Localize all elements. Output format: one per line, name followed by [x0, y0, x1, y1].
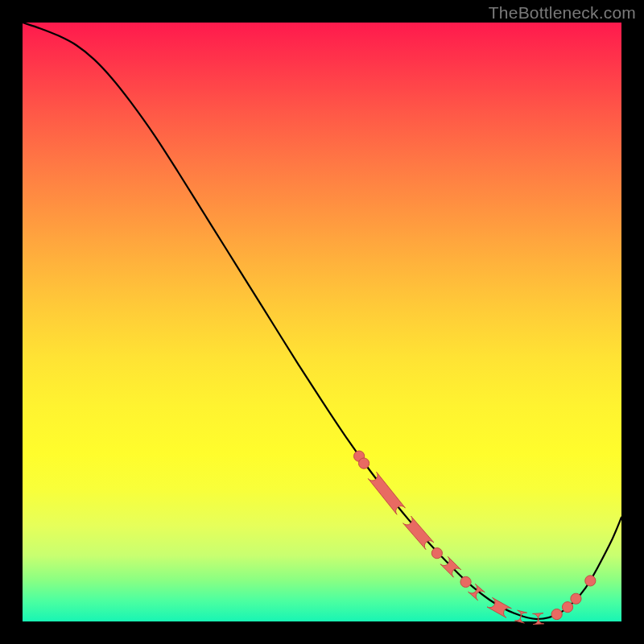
marker-layer: [354, 451, 596, 625]
watermark-text: TheBottleneck.com: [489, 3, 636, 23]
marker-lozenge: [469, 584, 485, 600]
marker-dot: [551, 609, 562, 619]
plot-svg: [23, 23, 621, 621]
bottleneck-curve: [23, 23, 621, 619]
marker-dot: [431, 548, 442, 559]
marker-dot: [562, 602, 572, 613]
chart-area: [23, 23, 621, 621]
marker-dot: [460, 576, 471, 587]
marker-dot: [571, 593, 581, 604]
marker-dot: [358, 458, 369, 469]
marker-dot: [585, 576, 596, 586]
